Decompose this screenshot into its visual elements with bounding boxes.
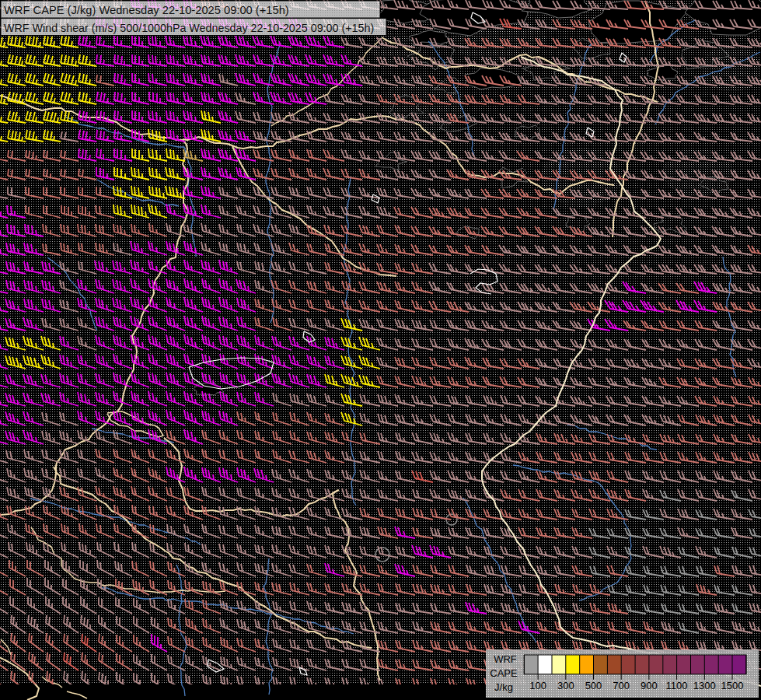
svg-text:CAPE: CAPE (490, 667, 518, 679)
svg-text:J/kg: J/kg (494, 681, 513, 693)
svg-text:WRF CAPE (J/kg) Wednesday 22-1: WRF CAPE (J/kg) Wednesday 22-10-2025 09:… (4, 4, 289, 16)
svg-text:1500: 1500 (721, 680, 744, 691)
svg-text:WRF: WRF (494, 653, 517, 665)
svg-text:500: 500 (585, 680, 602, 691)
svg-text:900: 900 (641, 680, 658, 691)
svg-text:100: 100 (529, 680, 546, 691)
svg-text:300: 300 (557, 680, 574, 691)
svg-text:1100: 1100 (666, 680, 688, 691)
svg-text:700: 700 (613, 680, 630, 691)
svg-text:1300: 1300 (693, 680, 716, 691)
svg-text:WRF Wind shear (m/s) 500/1000h: WRF Wind shear (m/s) 500/1000hPa Wednesd… (4, 22, 374, 34)
